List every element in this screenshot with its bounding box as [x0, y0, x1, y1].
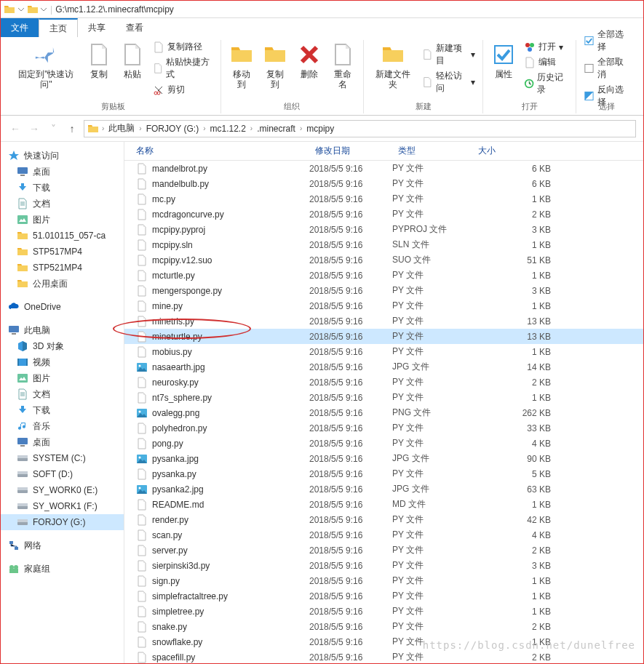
history-button[interactable]: 历史记录	[521, 71, 571, 97]
file-row[interactable]: mcturtle.py2018/5/5 9:16PY 文件1 KB	[124, 268, 643, 283]
pin-quick-access-button[interactable]: 固定到"快速访问"	[11, 40, 82, 97]
sidebar-item[interactable]: 文档	[1, 196, 124, 212]
sidebar-quick-access[interactable]: 快速访问	[1, 148, 124, 164]
sidebar-item[interactable]: FORJOY (G:)	[1, 514, 124, 530]
sidebar-item[interactable]: 下载	[1, 402, 124, 418]
file-row[interactable]: scan.py2018/5/5 9:16PY 文件4 KB	[124, 527, 643, 543]
file-row[interactable]: mcpipy.pyproj2018/5/5 9:16PYPROJ 文件3 KB	[124, 222, 643, 237]
file-row[interactable]: mandelbulb.py2018/5/5 9:16PY 文件6 KB	[124, 176, 643, 191]
sidebar-item[interactable]: SY_WORK0 (E:)	[1, 482, 124, 498]
crumb[interactable]: .minecraft	[254, 124, 298, 134]
col-type[interactable]: 类型	[392, 145, 472, 157]
select-none-button[interactable]: 全部取消	[581, 55, 633, 81]
file-row[interactable]: mobius.py2018/5/5 9:16PY 文件1 KB	[124, 344, 643, 359]
file-row[interactable]: mandelbrot.py2018/5/5 9:16PY 文件6 KB	[124, 161, 643, 176]
move-to-button[interactable]: 移动到	[226, 40, 258, 97]
select-all-button[interactable]: 全部选择	[581, 28, 633, 54]
file-row[interactable]: ovalegg.png2018/5/5 9:16PNG 文件262 KB	[124, 405, 643, 420]
file-row[interactable]: simpletree.py2018/5/5 9:16PY 文件1 KB	[124, 604, 643, 619]
file-row[interactable]: neurosky.py2018/5/5 9:16PY 文件2 KB	[124, 375, 643, 390]
new-item-button[interactable]: 新建项目 ▾	[419, 41, 478, 68]
sidebar-item[interactable]: 文档	[1, 386, 124, 402]
properties-button[interactable]: 属性	[488, 40, 520, 97]
sidebar-item[interactable]: 音乐	[1, 418, 124, 434]
file-row[interactable]: spacefill.py2018/5/5 9:16PY 文件2 KB	[124, 649, 643, 663]
down-chevron-icon[interactable]	[17, 5, 25, 14]
file-row[interactable]: mcdragoncurve.py2018/5/5 9:16PY 文件2 KB	[124, 207, 643, 222]
edit-button[interactable]: 编辑	[521, 55, 571, 69]
file-row[interactable]: polyhedron.py2018/5/5 9:16PY 文件33 KB	[124, 420, 643, 436]
sidebar-item[interactable]: SYSTEM (C:)	[1, 450, 124, 466]
rename-button[interactable]: 重命名	[327, 40, 359, 97]
sidebar-item[interactable]: 51.010115_057-ca	[1, 228, 124, 244]
delete-button[interactable]: 删除	[293, 40, 325, 97]
crumb[interactable]: mcpipy	[303, 124, 337, 134]
file-row[interactable]: minetris.py2018/5/5 9:16PY 文件13 KB	[124, 313, 643, 329]
col-date[interactable]: 修改日期	[309, 145, 392, 157]
folder-icon	[4, 4, 15, 15]
nav-recent-button[interactable]: ˅	[46, 121, 60, 136]
sidebar-this-pc[interactable]: 此电脑	[1, 322, 124, 338]
file-icon	[136, 300, 148, 312]
file-row[interactable]: mcpipy.v12.suo2018/5/5 9:16SUO 文件51 KB	[124, 252, 643, 268]
tab-view[interactable]: 查看	[116, 18, 154, 37]
crumb[interactable]: FORJOY (G:)	[143, 124, 202, 134]
file-row[interactable]: nt7s_sphere.py2018/5/5 9:16PY 文件1 KB	[124, 390, 643, 405]
nav-forward-button[interactable]: →	[27, 121, 41, 136]
file-row[interactable]: render.py2018/5/5 9:16PY 文件42 KB	[124, 512, 643, 527]
copy-path-button[interactable]: 复制路径	[150, 40, 216, 54]
sidebar-item[interactable]: 图片	[1, 212, 124, 228]
sidebar-item[interactable]: 视频	[1, 354, 124, 370]
col-name[interactable]: 名称	[124, 145, 309, 157]
file-row[interactable]: nasaearth.jpg2018/5/5 9:16JPG 文件14 KB	[124, 359, 643, 375]
paste-button[interactable]: 粘贴	[116, 40, 148, 97]
file-row[interactable]: pong.py2018/5/5 9:16PY 文件4 KB	[124, 436, 643, 451]
paste-shortcut-button[interactable]: 粘贴快捷方式	[150, 55, 216, 81]
file-row[interactable]: server.py2018/5/5 9:16PY 文件2 KB	[124, 543, 643, 558]
copy-button[interactable]: 复制	[83, 40, 115, 97]
sidebar-item[interactable]: 3D 对象	[1, 338, 124, 354]
crumb[interactable]: 此电脑	[106, 122, 138, 135]
address-bar[interactable]: › 此电脑› FORJOY (G:)› mc1.12.2› .minecraft…	[84, 120, 636, 137]
tab-file[interactable]: 文件	[1, 18, 39, 37]
file-row[interactable]: pysanka2.jpg2018/5/5 9:16JPG 文件63 KB	[124, 481, 643, 497]
file-row[interactable]: mine.py2018/5/5 9:16PY 文件1 KB	[124, 298, 643, 313]
sidebar-onedrive[interactable]: OneDrive	[1, 299, 124, 315]
easy-access-button[interactable]: 轻松访问 ▾	[419, 69, 478, 95]
file-row[interactable]: mc.py2018/5/5 9:16PY 文件1 KB	[124, 191, 643, 207]
file-row[interactable]: sierpinski3d.py2018/5/5 9:16PY 文件3 KB	[124, 558, 643, 573]
file-row[interactable]: sign.py2018/5/5 9:16PY 文件1 KB	[124, 573, 643, 588]
sidebar-item[interactable]: STP517MP4	[1, 244, 124, 260]
sidebar-network[interactable]: 网络	[1, 537, 124, 553]
file-row[interactable]: pysanka.py2018/5/5 9:16PY 文件5 KB	[124, 466, 643, 481]
file-row[interactable]: mineturtle.py2018/5/5 9:16PY 文件13 KB	[124, 329, 643, 344]
sidebar-item[interactable]: 桌面	[1, 434, 124, 450]
file-row[interactable]: snowflake.py2018/5/5 9:16PY 文件1 KB	[124, 634, 643, 649]
file-row[interactable]: pysanka.jpg2018/5/5 9:16JPG 文件90 KB	[124, 451, 643, 466]
sidebar-item[interactable]: SY_WORK1 (F:)	[1, 498, 124, 514]
tab-home[interactable]: 主页	[39, 18, 78, 37]
sidebar-item[interactable]: 公用桌面	[1, 276, 124, 292]
sidebar-item[interactable]: STP521MP4	[1, 260, 124, 276]
sidebar-item[interactable]: 图片	[1, 370, 124, 386]
sidebar-item[interactable]: 下载	[1, 180, 124, 196]
col-size[interactable]: 大小	[472, 145, 562, 157]
file-row[interactable]: README.md2018/5/5 9:16MD 文件1 KB	[124, 497, 643, 512]
nav-up-button[interactable]: ↑	[65, 121, 79, 136]
file-row[interactable]: mcpipy.sln2018/5/5 9:16SLN 文件1 KB	[124, 237, 643, 252]
tab-share[interactable]: 共享	[78, 18, 116, 37]
sidebar-homegroup[interactable]: 家庭组	[1, 561, 124, 577]
new-folder-button[interactable]: 新建文件夹	[368, 40, 418, 97]
copy-to-button[interactable]: 复制到	[259, 40, 291, 97]
dropdown-icon[interactable]	[40, 5, 47, 14]
file-row[interactable]: mengersponge.py2018/5/5 9:16PY 文件3 KB	[124, 283, 643, 298]
sidebar-item[interactable]: SOFT (D:)	[1, 466, 124, 482]
cut-button[interactable]: 剪切	[150, 83, 216, 97]
file-row[interactable]: snake.py2018/5/5 9:16PY 文件2 KB	[124, 619, 643, 634]
open-button[interactable]: 打开 ▾	[521, 40, 571, 54]
sidebar-item[interactable]: 桌面	[1, 164, 124, 180]
file-row[interactable]: simplefractaltree.py2018/5/5 9:16PY 文件1 …	[124, 588, 643, 604]
nav-back-button[interactable]: ←	[8, 121, 23, 136]
svg-rect-23	[585, 64, 593, 72]
crumb[interactable]: mc1.12.2	[207, 124, 248, 134]
